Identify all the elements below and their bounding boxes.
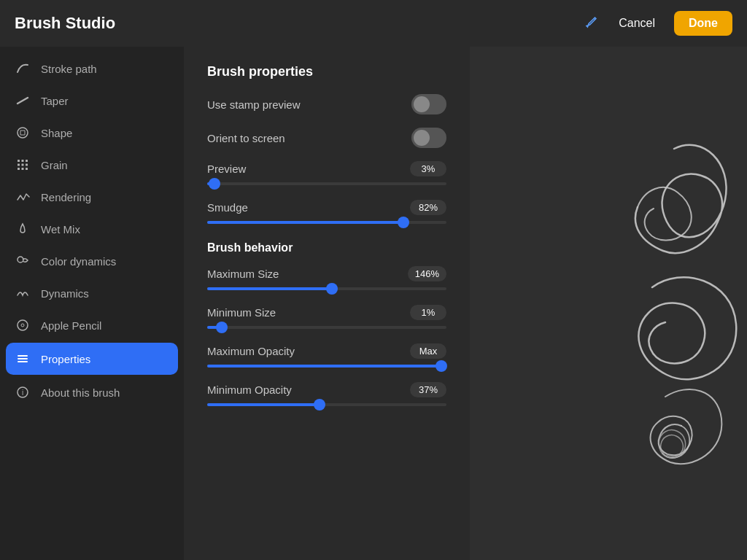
min-size-label: Minimum Size	[207, 306, 276, 319]
orient-to-screen-toggle[interactable]	[411, 128, 446, 148]
min-opacity-slider-header: Minimum Opacity 37%	[207, 382, 446, 397]
max-size-slider-header: Maximum Size 146%	[207, 266, 446, 281]
edit-icon[interactable]	[584, 14, 600, 34]
wet-mix-icon	[15, 222, 31, 236]
use-stamp-preview-row: Use stamp preview	[207, 94, 446, 114]
sidebar-item-grain[interactable]: Grain	[0, 149, 184, 181]
sidebar-label-grain: Grain	[41, 159, 68, 171]
max-opacity-slider-track[interactable]	[207, 365, 446, 368]
min-size-slider-thumb[interactable]	[216, 322, 228, 333]
sidebar-label-rendering: Rendering	[41, 191, 91, 203]
svg-rect-6	[26, 164, 28, 166]
sidebar-label-stroke-path: Stroke path	[41, 63, 97, 75]
svg-rect-2	[22, 160, 24, 162]
preview-slider-thumb[interactable]	[209, 178, 220, 190]
sidebar-item-taper[interactable]: Taper	[0, 85, 184, 117]
svg-point-11	[18, 320, 28, 330]
smudge-slider-header: Smudge 82%	[207, 200, 446, 215]
smudge-slider-track[interactable]	[207, 221, 446, 224]
sidebar-item-about[interactable]: i About this brush	[0, 376, 184, 408]
grain-icon	[15, 158, 31, 172]
min-size-slider-header: Minimum Size 1%	[207, 305, 446, 320]
brush-preview-svg	[470, 47, 747, 560]
svg-rect-1	[18, 160, 20, 162]
properties-icon	[15, 351, 31, 366]
app-title: Brush Studio	[15, 14, 115, 33]
use-stamp-preview-toggle[interactable]	[411, 94, 446, 114]
taper-icon	[15, 93, 31, 108]
preview-value: 3%	[410, 161, 446, 176]
dynamics-icon	[15, 286, 31, 300]
preview-label: Preview	[207, 163, 246, 175]
color-dynamics-icon	[15, 254, 31, 268]
header: Brush Studio Cancel Done	[0, 0, 747, 47]
max-size-slider-thumb[interactable]	[326, 283, 338, 295]
min-opacity-slider-fill	[207, 403, 320, 406]
svg-rect-3	[26, 160, 28, 162]
sidebar-label-color-dynamics: Color dynamics	[41, 255, 116, 268]
stroke-path-icon	[15, 61, 31, 76]
smudge-slider-thumb[interactable]	[398, 217, 409, 228]
max-opacity-slider-header: Maximum Opacity Max	[207, 343, 446, 359]
sidebar-item-rendering[interactable]: Rendering	[0, 181, 184, 213]
shape-icon	[15, 125, 31, 140]
max-opacity-slider-row: Maximum Opacity Max	[207, 343, 446, 368]
done-button[interactable]: Done	[674, 11, 732, 36]
svg-rect-5	[22, 164, 24, 166]
smudge-label: Smudge	[207, 201, 248, 214]
min-opacity-slider-row: Minimum Opacity 37%	[207, 382, 446, 406]
smudge-slider-row: Smudge 82%	[207, 200, 446, 224]
sidebar-item-apple-pencil[interactable]: Apple Pencil	[0, 309, 184, 341]
max-size-slider-track[interactable]	[207, 287, 446, 290]
min-size-value: 1%	[410, 305, 446, 320]
svg-point-12	[21, 324, 24, 327]
min-opacity-slider-track[interactable]	[207, 403, 446, 406]
svg-point-10	[18, 257, 23, 262]
sidebar-item-dynamics[interactable]: Dynamics	[0, 277, 184, 309]
sidebar-label-about: About this brush	[41, 386, 120, 399]
sidebar: Stroke path Taper Shape	[0, 47, 184, 560]
svg-rect-7	[18, 168, 20, 170]
main-layout: Stroke path Taper Shape	[0, 47, 747, 560]
sidebar-label-wet-mix: Wet Mix	[41, 223, 80, 236]
sidebar-label-taper: Taper	[41, 95, 69, 107]
orient-to-screen-row: Orient to screen	[207, 128, 446, 148]
preview-canvas-area	[470, 47, 747, 560]
max-size-slider-fill	[207, 287, 332, 290]
about-icon: i	[15, 385, 31, 400]
smudge-value: 82%	[410, 200, 446, 215]
sidebar-item-shape[interactable]: Shape	[0, 117, 184, 149]
cancel-button[interactable]: Cancel	[611, 12, 662, 34]
max-opacity-slider-thumb[interactable]	[436, 360, 447, 372]
max-opacity-value: Max	[410, 343, 446, 359]
sidebar-label-shape: Shape	[41, 127, 72, 139]
max-size-value: 146%	[408, 266, 446, 281]
svg-rect-9	[26, 168, 28, 170]
orient-to-screen-label: Orient to screen	[207, 132, 285, 144]
sidebar-label-properties: Properties	[41, 353, 90, 365]
preview-slider-header: Preview 3%	[207, 161, 446, 176]
smudge-slider-fill	[207, 221, 403, 224]
svg-text:i: i	[22, 389, 23, 397]
sidebar-label-apple-pencil: Apple Pencil	[41, 319, 101, 332]
sidebar-item-stroke-path[interactable]: Stroke path	[0, 52, 184, 85]
sidebar-item-wet-mix[interactable]: Wet Mix	[0, 213, 184, 245]
max-opacity-slider-fill	[207, 365, 441, 368]
sidebar-item-color-dynamics[interactable]: Color dynamics	[0, 245, 184, 277]
rendering-icon	[15, 190, 31, 204]
svg-rect-13	[18, 355, 28, 357]
max-size-label: Maximum Size	[207, 268, 279, 280]
preview-slider-row: Preview 3%	[207, 161, 446, 185]
min-opacity-label: Minimum Opacity	[207, 384, 292, 396]
sidebar-label-dynamics: Dynamics	[41, 287, 89, 300]
brush-properties-title: Brush properties	[207, 64, 446, 79]
preview-slider-track[interactable]	[207, 182, 446, 185]
min-opacity-slider-thumb[interactable]	[314, 399, 325, 411]
apple-pencil-icon	[15, 318, 31, 332]
min-size-slider-row: Minimum Size 1%	[207, 305, 446, 329]
svg-rect-4	[18, 164, 20, 166]
sidebar-item-properties[interactable]: Properties	[6, 343, 178, 375]
svg-rect-15	[18, 361, 28, 362]
min-size-slider-track[interactable]	[207, 326, 446, 329]
svg-rect-14	[18, 358, 28, 359]
